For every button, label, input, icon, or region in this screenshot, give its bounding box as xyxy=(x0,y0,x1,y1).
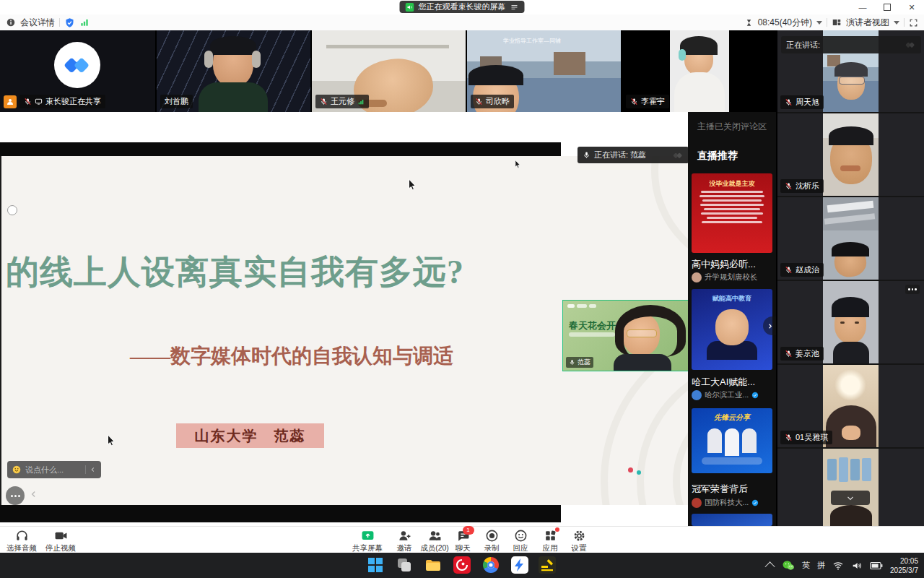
reaction-dot xyxy=(628,467,633,473)
wechat-tray-icon[interactable] xyxy=(782,559,795,572)
shared-screen-area[interactable]: 的线上人设离真实自我有多远? ——数字媒体时代的自我认知与调适 山东大学 范蕊 … xyxy=(0,112,688,526)
settings-button[interactable]: 设置 xyxy=(565,529,593,553)
watching-banner[interactable]: 您正在观看束长骏的屏幕 xyxy=(400,1,525,13)
share-audio-icon xyxy=(406,3,414,12)
ime-indicator[interactable]: 拼 xyxy=(817,560,825,571)
live-poster[interactable]: 赋能高中教育 xyxy=(692,289,772,370)
divider xyxy=(85,465,86,474)
participant-name: 王元修 xyxy=(331,96,354,107)
apps-button[interactable]: 应用 xyxy=(536,529,565,553)
live-poster-partial[interactable] xyxy=(692,514,772,526)
poster-face xyxy=(715,309,749,345)
gear-icon xyxy=(572,529,586,543)
timer-dropdown-icon[interactable] xyxy=(816,21,822,25)
channel-name: 哈尔滨工业... xyxy=(705,390,749,400)
shared-content-letterbox-bottom xyxy=(0,505,561,522)
audio-button[interactable]: 选择音频 xyxy=(3,529,40,553)
task-view-button[interactable] xyxy=(396,556,413,574)
portrait-video xyxy=(670,30,729,112)
video-button[interactable]: 停止视频 xyxy=(42,529,79,553)
chrome-icon[interactable] xyxy=(482,556,500,574)
video-tile-sharer[interactable]: 束长骏正在共享 xyxy=(0,30,155,112)
video-tile[interactable]: 刘首鹏 xyxy=(157,30,310,112)
live-item-channel[interactable]: 升学规划唐校长 xyxy=(692,272,758,282)
security-shield-icon[interactable] xyxy=(64,17,75,28)
participant-tile[interactable]: 姜京池 xyxy=(777,281,924,363)
timer-icon xyxy=(744,18,754,27)
poster-logos xyxy=(567,304,596,308)
react-button[interactable]: 回应 xyxy=(506,529,535,553)
view-mode-select[interactable]: 演讲者视图 xyxy=(846,17,889,29)
start-button[interactable] xyxy=(367,556,384,574)
layout-icon xyxy=(832,17,842,27)
record-button[interactable]: 录制 xyxy=(477,529,506,553)
share-screen-button[interactable]: 共享屏幕 xyxy=(350,529,385,553)
hair xyxy=(210,36,256,55)
collapse-chat-icon[interactable] xyxy=(90,466,97,473)
banner-menu-icon[interactable] xyxy=(510,3,519,12)
emoji-icon[interactable] xyxy=(12,465,22,475)
participant-name: 姜京池 xyxy=(796,348,819,359)
battery-icon[interactable] xyxy=(870,561,883,571)
view-dropdown-icon[interactable] xyxy=(894,21,899,25)
participant-video xyxy=(823,113,879,196)
music-app-icon[interactable] xyxy=(453,556,471,574)
live-item-title[interactable]: 高中妈妈必听... xyxy=(692,258,756,271)
poster-headline: 赋能高中教育 xyxy=(692,294,772,303)
participant-tile[interactable]: 01吴雅琪 xyxy=(777,365,924,447)
language-indicator[interactable]: 英 xyxy=(802,560,810,571)
wifi-icon[interactable] xyxy=(832,560,844,571)
video-tile[interactable]: 学业指导工作室—同辅 司欣晔 xyxy=(467,30,621,112)
comments-closed-notice: 主播已关闭评论区 xyxy=(697,121,767,133)
chat-placeholder[interactable]: 说点什么... xyxy=(25,465,64,475)
live-item-channel[interactable]: 哈尔滨工业... xyxy=(692,390,759,400)
live-poster[interactable]: 先锋云分享 xyxy=(692,408,772,473)
taskbar-clock[interactable]: 20:05 2025/3/7 xyxy=(890,556,918,575)
live-poster[interactable]: 没毕业就是主攻 xyxy=(692,173,772,253)
chat-button[interactable]: 1 聊天 xyxy=(448,529,477,553)
meeting-details-link[interactable]: 会议详情 xyxy=(20,17,55,29)
participants-column: 正在讲话: 周天旭 沈析乐 xyxy=(777,30,924,526)
scroll-down-button[interactable] xyxy=(831,491,870,505)
fullscreen-icon[interactable] xyxy=(909,18,918,27)
participant-name: 赵成治 xyxy=(796,264,819,275)
collapse-toolbar-icon[interactable] xyxy=(29,489,39,499)
invite-button[interactable]: 邀请 xyxy=(390,529,419,553)
participant-tile[interactable]: 正在讲话: 周天旭 xyxy=(777,30,924,112)
volume-icon[interactable] xyxy=(851,560,863,571)
headset-icon xyxy=(15,529,29,543)
window-controls: — ✕ xyxy=(850,0,924,14)
speaker-label: 范蕊 xyxy=(566,357,593,368)
participant-tile[interactable] xyxy=(777,449,924,526)
minimize-button[interactable]: — xyxy=(850,0,875,14)
participant-tile[interactable]: 赵成治 xyxy=(777,197,924,280)
network-signal-icon[interactable] xyxy=(79,17,90,27)
close-button[interactable]: ✕ xyxy=(899,0,924,14)
info-icon[interactable] xyxy=(6,17,16,27)
floating-speaker-video[interactable]: 春天花会开 范蕊 xyxy=(562,300,688,371)
player-app-icon[interactable] xyxy=(539,556,556,574)
meeting-timer[interactable]: 08:45(40分钟) xyxy=(758,17,812,29)
shared-content-letterbox-top xyxy=(0,142,561,156)
lightning-app-icon[interactable] xyxy=(511,556,528,574)
chat-quick-input[interactable]: 说点什么... xyxy=(7,461,101,478)
participant-tile[interactable]: 沈析乐 xyxy=(777,113,924,196)
live-item-title[interactable]: 冠军荣誉背后 xyxy=(692,483,748,496)
live-item-title[interactable]: 哈工大AI赋能... xyxy=(692,376,755,389)
mic-muted-icon xyxy=(785,350,793,358)
file-explorer-icon[interactable] xyxy=(424,556,442,574)
video-tile[interactable]: 李霍宇 xyxy=(622,30,776,112)
speaker-bg-title: 春天花会开 xyxy=(569,319,616,332)
more-tools-button[interactable] xyxy=(6,486,25,505)
video-tile[interactable]: 王元修 xyxy=(312,30,466,112)
mic-muted-icon xyxy=(320,98,328,105)
mouse-cursor xyxy=(408,178,417,191)
shoulders xyxy=(199,82,268,112)
tile-more-button[interactable] xyxy=(905,285,920,294)
live-item-channel[interactable]: 国防科技大... xyxy=(692,498,759,508)
meeting-logo-icon xyxy=(61,49,93,81)
tray-expand-icon[interactable] xyxy=(765,561,775,571)
verified-badge-icon xyxy=(751,499,759,506)
restore-button[interactable] xyxy=(875,0,899,14)
watermark-logo-icon xyxy=(905,39,916,51)
